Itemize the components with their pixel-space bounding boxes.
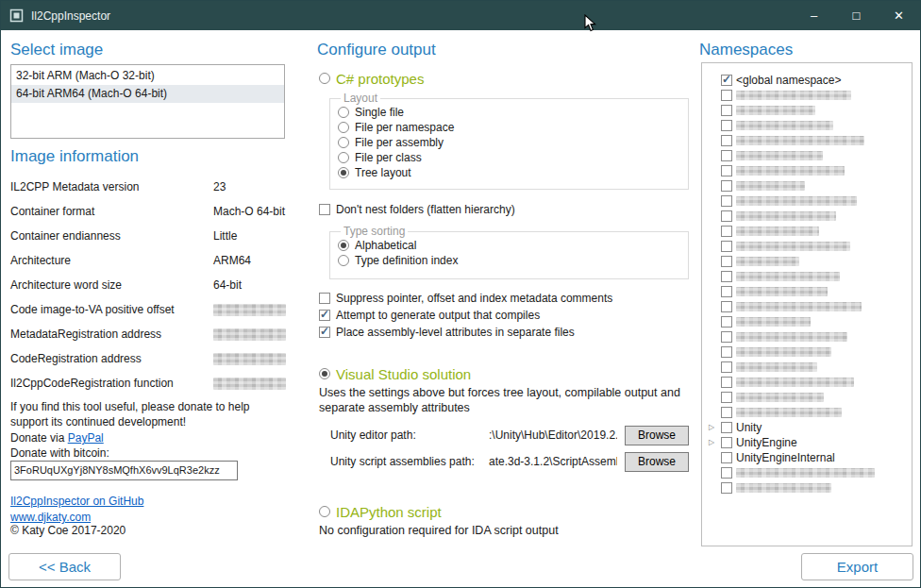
layout-option-radio[interactable]: File per class [338, 150, 688, 165]
redacted-label [736, 181, 805, 191]
minimize-button[interactable]: – [793, 1, 835, 30]
namespace-row[interactable] [709, 103, 912, 118]
checkbox-icon[interactable] [721, 256, 732, 267]
checkbox-icon[interactable] [721, 482, 732, 494]
layout-option-radio[interactable]: Tree layout [338, 165, 688, 180]
visual-studio-description: Uses the settings above but forces tree … [319, 385, 689, 416]
radio-icon [338, 240, 349, 251]
namespace-row[interactable] [709, 480, 912, 496]
checkbox-icon[interactable] [721, 437, 732, 448]
checkbox-icon[interactable] [721, 452, 732, 463]
namespace-row[interactable] [709, 299, 912, 314]
csharp-prototypes-radio[interactable]: C# prototypes [319, 69, 424, 88]
bitcoin-address-field[interactable]: 3FoRUqUXgYj8NY8sMQfhX6vv9LqR3e2kzz [10, 461, 238, 480]
checkbox-icon[interactable] [721, 422, 732, 433]
checkbox-icon[interactable] [721, 467, 732, 479]
namespace-row[interactable] [709, 224, 912, 239]
checkbox-icon[interactable] [721, 105, 732, 116]
checkbox-icon[interactable] [721, 271, 732, 282]
namespace-row[interactable] [709, 118, 912, 133]
checkbox-icon[interactable] [721, 120, 732, 131]
info-value: Mach-O 64-bit [213, 205, 285, 218]
namespace-row[interactable] [709, 344, 912, 360]
sorting-option-radio[interactable]: Type definition index [338, 253, 688, 268]
close-button[interactable]: ✕ [878, 1, 920, 30]
flatten-hierarchy-checkbox[interactable]: Don't nest folders (flatten hierarchy) [319, 202, 515, 217]
donate-text: If you find this tool useful, please don… [10, 400, 290, 429]
namespace-row[interactable] [709, 148, 912, 163]
back-button[interactable]: << Back [8, 553, 121, 580]
checkbox-icon[interactable] [721, 226, 732, 237]
namespace-row[interactable] [709, 193, 912, 209]
expander-icon[interactable] [709, 439, 717, 446]
checkbox-icon[interactable] [721, 377, 732, 388]
namespace-row[interactable]: UnityEngineInternal [709, 450, 912, 465]
image-list-item[interactable]: 32-bit ARM (Mach-O 32-bit) [11, 67, 284, 85]
checkbox-icon[interactable] [721, 316, 732, 328]
image-list: 32-bit ARM (Mach-O 32-bit)64-bit ARM64 (… [10, 64, 285, 139]
path-field-row: Unity editor path: :\Unity\Hub\Editor\20… [330, 422, 689, 448]
namespace-row[interactable] [709, 163, 912, 178]
namespace-row[interactable] [709, 329, 912, 344]
option-checkbox[interactable]: Suppress pointer, offset and index metad… [319, 290, 612, 307]
option-label: Single file [355, 106, 404, 119]
namespace-row[interactable] [709, 314, 912, 329]
namespace-row[interactable]: UnityEngine [709, 435, 912, 450]
namespace-row[interactable] [709, 390, 912, 405]
namespace-row[interactable] [709, 88, 912, 103]
namespace-row[interactable] [709, 133, 912, 148]
namespace-row[interactable] [709, 209, 912, 224]
checkbox-icon[interactable] [721, 301, 732, 312]
namespace-row[interactable] [709, 178, 912, 193]
checkbox-icon[interactable] [721, 90, 732, 101]
checkbox-icon[interactable] [721, 407, 732, 418]
checkbox-icon[interactable] [721, 150, 732, 161]
info-label: Container endianness [10, 229, 213, 243]
sorting-option-radio[interactable]: Alphabetical [338, 238, 688, 253]
checkbox-icon[interactable] [721, 286, 732, 297]
option-checkbox[interactable]: Place assembly-level attributes in separ… [319, 324, 612, 341]
checkbox-icon[interactable] [721, 346, 732, 358]
browse-button[interactable]: Browse [625, 452, 689, 472]
redacted-label [736, 408, 842, 417]
checkbox-icon[interactable] [721, 165, 732, 176]
checkbox-icon[interactable] [721, 210, 732, 222]
expander-icon[interactable] [709, 424, 717, 431]
checkbox-icon[interactable] [721, 331, 732, 343]
checkbox-icon[interactable] [721, 195, 732, 207]
checkbox-icon[interactable] [721, 241, 732, 252]
checkbox-icon[interactable] [721, 392, 732, 403]
layout-option-radio[interactable]: File per assembly [338, 135, 688, 150]
idapython-script-radio[interactable]: IDAPython script [319, 502, 442, 521]
namespace-row[interactable] [709, 375, 912, 390]
github-link[interactable]: Il2CppInspector on GitHub [10, 495, 143, 508]
layout-option-radio[interactable]: Single file [338, 105, 688, 120]
checkbox-icon[interactable] [721, 135, 732, 146]
paypal-link[interactable]: PayPal [68, 431, 104, 445]
namespace-row[interactable] [709, 360, 912, 375]
namespace-row[interactable]: Unity [709, 420, 912, 435]
checkbox-icon[interactable] [721, 180, 732, 192]
layout-option-radio[interactable]: File per namespace [338, 120, 688, 135]
window-title: Il2CppInspector [31, 9, 110, 23]
namespace-row[interactable] [709, 269, 912, 284]
namespace-row[interactable] [709, 405, 912, 420]
info-label: Architecture [10, 254, 213, 267]
website-link[interactable]: www.djkaty.com [10, 511, 91, 524]
website-link-line: www.djkaty.com [10, 508, 91, 525]
namespace-row[interactable] [709, 254, 912, 269]
image-list-item[interactable]: 64-bit ARM64 (Mach-O 64-bit) [11, 85, 284, 103]
checkbox-icon[interactable] [721, 75, 732, 86]
namespace-label: Unity [736, 421, 762, 434]
export-button[interactable]: Export [801, 553, 913, 580]
namespace-row[interactable] [709, 239, 912, 254]
info-value: 23 [213, 180, 226, 193]
visual-studio-solution-radio[interactable]: Visual Studio solution [319, 364, 471, 383]
option-checkbox[interactable]: Attempt to generate output that compiles [319, 307, 612, 324]
namespace-row[interactable] [709, 465, 912, 480]
maximize-button[interactable]: □ [835, 1, 878, 30]
namespace-row[interactable] [709, 284, 912, 299]
namespace-row[interactable]: <global namespace> [709, 73, 912, 88]
browse-button[interactable]: Browse [625, 426, 689, 445]
checkbox-icon[interactable] [721, 361, 732, 373]
